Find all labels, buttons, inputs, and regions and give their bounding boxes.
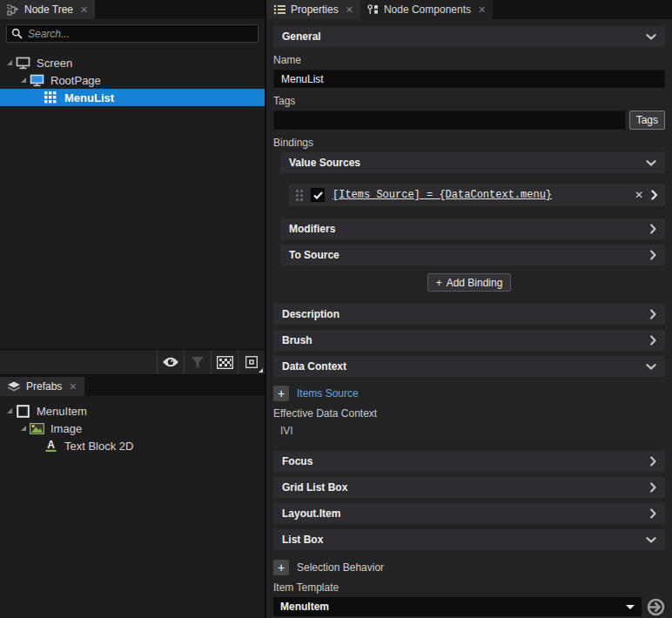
remove-binding-icon[interactable]: ✕ <box>635 189 643 201</box>
binding-enabled-checkbox[interactable] <box>311 188 325 202</box>
node-tree-icon <box>7 4 19 16</box>
chevron-down-icon <box>646 160 656 166</box>
section-data-context[interactable]: Data Context <box>273 356 665 377</box>
prefabs-tree: MenuItem Image A Text Block 2 <box>0 402 265 454</box>
tree-row-label: MenuList <box>64 91 114 104</box>
section-to-source-title: To Source <box>289 249 339 261</box>
chevron-right-icon[interactable] <box>651 190 658 200</box>
section-modifiers[interactable]: Modifiers <box>280 218 665 239</box>
tree-row-label: RootPage <box>50 74 101 87</box>
expand-triangle-icon[interactable] <box>5 59 14 66</box>
section-grid-list-box-title: Grid List Box <box>282 481 347 494</box>
add-binding-label: Add Binding <box>447 277 503 289</box>
properties-column: Properties ✕ Node Components ✕ General N <box>266 0 672 618</box>
node-components-icon <box>367 4 379 15</box>
svg-text:A: A <box>47 439 55 451</box>
section-value-sources-title: Value Sources <box>289 157 360 169</box>
section-general[interactable]: General <box>273 26 665 47</box>
tree-row-screen[interactable]: Screen <box>0 54 265 71</box>
prefab-row-menuitem[interactable]: MenuItem <box>0 402 265 420</box>
drag-handle-icon[interactable] <box>296 190 303 201</box>
tab-node-tree[interactable]: Node Tree ✕ <box>0 0 95 19</box>
left-column: Node Tree ✕ Screen <box>0 0 266 618</box>
prefabs-tabbar: Prefabs ✕ <box>0 375 265 396</box>
expand-triangle-icon[interactable] <box>5 407 14 414</box>
tree-row-label: Image <box>50 422 82 435</box>
filter-button[interactable] <box>184 350 211 374</box>
section-layout-item[interactable]: Layout.Item <box>273 503 665 524</box>
tab-prefabs-close-icon[interactable]: ✕ <box>69 381 77 393</box>
properties-tabbar: Properties ✕ Node Components ✕ <box>266 0 672 19</box>
section-grid-list-box[interactable]: Grid List Box <box>273 477 665 498</box>
tree-row-rootpage[interactable]: RootPage <box>0 71 265 89</box>
search-input[interactable] <box>6 24 259 43</box>
section-brush-title: Brush <box>282 334 312 346</box>
visibility-toggle-button[interactable] <box>157 350 184 374</box>
bindings-label: Bindings <box>273 137 665 149</box>
section-list-box[interactable]: List Box <box>273 529 665 550</box>
tab-properties[interactable]: Properties ✕ <box>266 0 360 19</box>
add-selection-behavior-button[interactable]: + <box>273 560 289 575</box>
filter-funnel-icon <box>192 357 204 368</box>
tab-prefabs[interactable]: Prefabs ✕ <box>0 377 84 396</box>
app-window: Node Tree ✕ Screen <box>0 0 672 618</box>
prefab-row-image[interactable]: Image <box>0 420 265 437</box>
section-focus[interactable]: Focus <box>273 451 665 472</box>
section-to-source[interactable]: To Source <box>280 245 665 265</box>
section-description[interactable]: Description <box>273 304 665 325</box>
chevron-right-icon <box>650 309 656 319</box>
tab-node-components-label: Node Components <box>384 3 471 16</box>
section-value-sources[interactable]: Value Sources <box>280 152 665 173</box>
effective-data-context-label: Effective Data Context <box>273 407 665 420</box>
section-brush[interactable]: Brush <box>273 330 665 351</box>
binding-row[interactable]: [Items Source] = {DataContext.menu} ✕ <box>289 184 665 206</box>
screen-icon <box>14 57 31 70</box>
expand-triangle-icon[interactable] <box>19 425 28 432</box>
expand-triangle-icon[interactable] <box>19 77 28 84</box>
name-input[interactable] <box>273 70 665 88</box>
go-to-template-icon[interactable] <box>647 598 665 616</box>
section-focus-title: Focus <box>282 455 312 467</box>
section-layout-item-title: Layout.Item <box>282 507 340 520</box>
tab-properties-close-icon[interactable]: ✕ <box>346 4 353 16</box>
section-list-box-title: List Box <box>282 534 323 546</box>
chevron-right-icon <box>650 335 656 346</box>
plus-icon: + <box>436 277 442 289</box>
tags-input[interactable] <box>273 111 626 130</box>
tree-row-menulist-selected[interactable]: MenuList <box>0 89 265 106</box>
node-tree-tabbar: Node Tree ✕ <box>0 0 265 19</box>
chevron-right-icon <box>650 250 656 260</box>
selection-behavior-label: Selection Behavior <box>297 561 384 574</box>
tree-row-label: MenuItem <box>37 405 87 418</box>
background-mode-button[interactable] <box>238 350 265 374</box>
checkerboard-icon <box>217 356 233 369</box>
tab-node-tree-close-icon[interactable]: ✕ <box>80 4 88 16</box>
grid-list-icon <box>42 91 59 104</box>
items-source-link[interactable]: Items Source <box>297 387 359 400</box>
prefab-row-textblock[interactable]: A Text Block 2D <box>0 437 265 454</box>
binding-expression-link[interactable]: [Items Source] = {DataContext.menu} <box>333 189 627 201</box>
search-area <box>0 19 265 46</box>
tab-node-components-close-icon[interactable]: ✕ <box>478 4 486 16</box>
section-data-context-title: Data Context <box>282 360 346 373</box>
section-description-title: Description <box>282 308 339 320</box>
add-items-source-button[interactable]: + <box>273 386 289 401</box>
checkerboard-button[interactable] <box>211 350 238 374</box>
tree-row-label: Screen <box>37 57 72 70</box>
add-binding-button[interactable]: + Add Binding <box>427 273 512 292</box>
name-label: Name <box>273 54 665 66</box>
effective-data-context-value: IVI <box>280 425 665 437</box>
tab-node-components[interactable]: Node Components ✕ <box>360 0 493 19</box>
section-general-title: General <box>282 30 321 43</box>
chevron-down-icon <box>646 364 656 370</box>
chevron-right-icon <box>650 224 656 234</box>
item-template-value: MenuItem <box>280 601 626 613</box>
chevron-down-icon <box>646 537 656 543</box>
tab-prefabs-label: Prefabs <box>26 380 62 393</box>
tab-node-tree-label: Node Tree <box>24 3 73 16</box>
prefab-frame-icon <box>14 405 31 418</box>
item-template-dropdown[interactable]: MenuItem <box>273 597 642 616</box>
tags-button[interactable]: Tags <box>629 111 665 130</box>
text-block-icon: A <box>42 439 59 453</box>
section-modifiers-title: Modifiers <box>289 223 335 235</box>
